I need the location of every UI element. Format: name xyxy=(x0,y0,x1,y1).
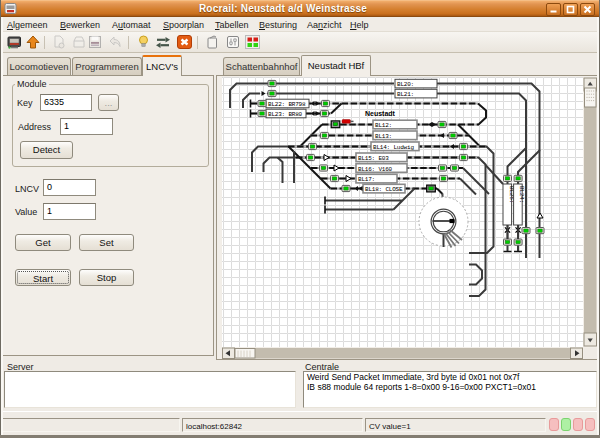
svg-text:BL24:: BL24: xyxy=(518,186,525,203)
svg-text:BL16: V160: BL16: V160 xyxy=(358,166,393,173)
svg-text:BL22: BR798: BL22: BR798 xyxy=(268,101,306,108)
svg-text:BL13:: BL13: xyxy=(375,133,392,140)
svg-text:BL23: BR80: BL23: BR80 xyxy=(268,111,303,118)
svg-text:BL18: CLOSE: BL18: CLOSE xyxy=(365,186,403,193)
svg-text:Neustadt: Neustadt xyxy=(365,110,396,117)
svg-text:BL21:: BL21: xyxy=(397,91,414,98)
svg-text:BL15: E03: BL15: E03 xyxy=(358,155,389,162)
svg-text:BL20:: BL20: xyxy=(397,81,414,88)
svg-text:BL14: Ludwig: BL14: Ludwig xyxy=(373,144,414,151)
svg-text:BL17:: BL17: xyxy=(358,176,375,183)
svg-text:BL12:: BL12: xyxy=(375,122,392,129)
